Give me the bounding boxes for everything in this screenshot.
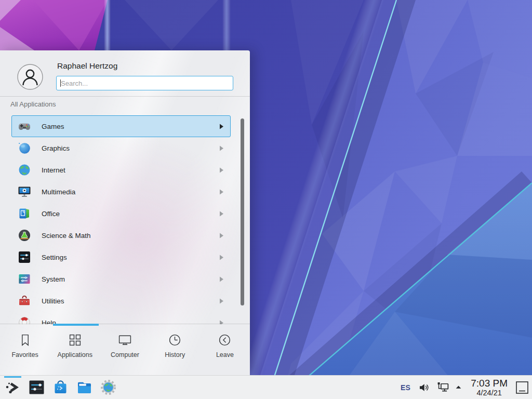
- discover-icon: [52, 379, 69, 396]
- file-manager-folder-icon: [76, 379, 93, 396]
- konqueror-button[interactable]: [100, 379, 117, 396]
- category-label: Settings: [42, 254, 67, 261]
- submenu-arrow-icon: [219, 211, 224, 217]
- computer-icon: [118, 333, 132, 347]
- submenu-arrow-icon: [219, 189, 224, 195]
- category-settings[interactable]: Settings: [11, 246, 231, 268]
- sliders-color-icon: [18, 272, 31, 286]
- category-graphics[interactable]: Graphics: [11, 137, 231, 159]
- user-avatar-icon[interactable]: [17, 64, 43, 90]
- submenu-arrow-icon: [219, 233, 224, 238]
- gamepad-icon: [18, 119, 31, 133]
- tab-label: Leave: [216, 351, 234, 358]
- scrollbar[interactable]: [241, 118, 244, 305]
- search-input[interactable]: [56, 76, 233, 90]
- bookmark-icon: [18, 333, 32, 347]
- expand-tray-caret-icon[interactable]: [455, 383, 462, 391]
- submenu-arrow-icon: [219, 255, 224, 260]
- digital-clock[interactable]: 7:03 PM 4/24/21: [471, 378, 508, 397]
- tab-label: Favorites: [11, 351, 38, 358]
- tab-label: History: [165, 351, 185, 358]
- submenu-arrow-icon: [219, 167, 224, 173]
- submenu-arrow-icon: [219, 276, 224, 282]
- category-label: Science & Math: [42, 232, 91, 240]
- system-settings-icon: [28, 379, 45, 396]
- clock-date: 4/24/21: [471, 389, 508, 397]
- tab-label: Computer: [111, 351, 139, 358]
- system-tray: ES 7:03 PM 4/24/21: [401, 376, 532, 399]
- discover-button[interactable]: [52, 379, 69, 396]
- documents-icon: [18, 207, 31, 220]
- user-name: Raphael Hertzog: [57, 61, 117, 71]
- keyboard-layout-indicator[interactable]: ES: [401, 383, 410, 392]
- leave-icon: [218, 333, 232, 347]
- globe-icon: [18, 163, 31, 177]
- tab-bar: Favorites Applications Computer: [0, 324, 250, 375]
- category-label: Graphics: [42, 144, 70, 152]
- lifebuoy-icon: [18, 316, 31, 324]
- category-games[interactable]: Games: [11, 115, 231, 137]
- tab-favorites[interactable]: Favorites: [0, 324, 50, 375]
- submenu-arrow-icon: [219, 145, 224, 151]
- submenu-arrow-icon: [219, 298, 224, 304]
- sliders-dark-icon: [18, 250, 31, 264]
- category-label: System: [42, 275, 65, 283]
- browser-globe-gear-icon: [100, 379, 117, 396]
- sphere-icon: [18, 141, 31, 155]
- category-help[interactable]: Help: [11, 312, 231, 324]
- search-field-wrap: [56, 76, 233, 90]
- tab-applications[interactable]: Applications: [50, 324, 100, 375]
- taskbar-launchers: [4, 376, 117, 399]
- clock-icon: [168, 333, 182, 347]
- category-system[interactable]: System: [11, 268, 231, 290]
- category-utilities[interactable]: Utilities: [11, 290, 231, 312]
- category-label: Office: [42, 210, 60, 218]
- network-icon[interactable]: [436, 380, 450, 394]
- tab-computer[interactable]: Computer: [100, 324, 150, 375]
- tab-history[interactable]: History: [150, 324, 200, 375]
- application-launcher-menu: Raphael Hertzog All Applications: [0, 50, 250, 375]
- clock-time: 7:03 PM: [471, 378, 508, 389]
- kde-kickoff-icon: [4, 379, 21, 396]
- category-multimedia[interactable]: Multimedia: [11, 181, 231, 203]
- toolbox-icon: [18, 294, 31, 308]
- section-label: All Applications: [10, 100, 56, 108]
- flask-icon: [18, 229, 31, 242]
- volume-icon[interactable]: [418, 381, 430, 394]
- grid-icon: [68, 333, 82, 347]
- text-cursor: [60, 79, 61, 87]
- category-internet[interactable]: Internet: [11, 159, 231, 181]
- category-label: Utilities: [42, 297, 64, 305]
- dolphin-button[interactable]: [76, 379, 93, 396]
- system-settings-button[interactable]: [28, 379, 45, 396]
- show-desktop-button[interactable]: [515, 380, 529, 395]
- tab-label: Applications: [58, 351, 92, 358]
- header-divider: [0, 96, 250, 97]
- desktop: Raphael Hertzog All Applications: [0, 0, 532, 399]
- category-science-math[interactable]: Science & Math: [11, 224, 231, 246]
- taskbar-panel: ES 7:03 PM 4/24/21: [0, 375, 532, 399]
- category-label: Multimedia: [42, 188, 75, 196]
- tab-leave[interactable]: Leave: [200, 324, 250, 375]
- category-office[interactable]: Office: [11, 203, 231, 224]
- category-list: Games Graphics: [0, 115, 250, 324]
- category-label: Games: [42, 123, 64, 130]
- submenu-arrow-icon: [219, 124, 224, 129]
- application-launcher-button[interactable]: [4, 379, 21, 396]
- monitor-play-icon: [18, 185, 31, 198]
- category-label: Internet: [42, 166, 65, 174]
